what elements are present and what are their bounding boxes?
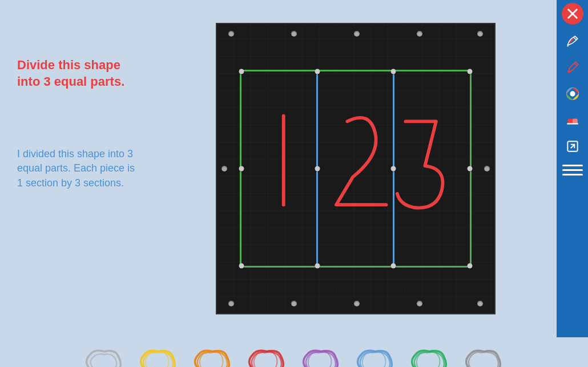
- toolbar-menu: [562, 163, 583, 177]
- screw: [484, 166, 490, 171]
- screw: [291, 31, 297, 37]
- screw: [477, 31, 483, 37]
- dark-board[interactable]: [216, 23, 496, 314]
- pen-icon: [565, 34, 580, 49]
- left-panel: Divide this shape into 3 equal parts. I …: [0, 0, 154, 337]
- rubber-band-yellow[interactable]: [136, 343, 182, 367]
- rubber-band-blue[interactable]: [353, 343, 398, 367]
- screw: [354, 31, 360, 37]
- screw: [228, 301, 234, 306]
- screw: [417, 31, 422, 37]
- canvas-area[interactable]: [154, 0, 557, 337]
- instruction-top: Divide this shape into 3 equal parts.: [17, 57, 143, 90]
- svg-rect-6: [573, 119, 578, 124]
- export-icon: [565, 139, 580, 154]
- pencil-icon: [565, 60, 580, 75]
- instruction-bottom: I divided this shape into 3 equal parts.…: [17, 147, 143, 190]
- screw: [354, 301, 360, 306]
- pencil-tool-button[interactable]: [560, 55, 585, 80]
- right-toolbar: [557, 0, 588, 337]
- color-wheel-icon: [565, 86, 581, 102]
- rubber-band-green[interactable]: [407, 343, 453, 367]
- rubber-band-gray[interactable]: [461, 343, 507, 367]
- eraser-button[interactable]: [560, 107, 585, 133]
- close-button[interactable]: [562, 3, 583, 25]
- handwritten-numbers: [241, 71, 470, 266]
- rubber-bands-row: [0, 337, 588, 367]
- screw: [228, 31, 234, 37]
- export-button[interactable]: [560, 134, 585, 159]
- screw: [291, 301, 297, 306]
- close-icon: [566, 7, 579, 20]
- eraser-icon: [565, 113, 580, 127]
- rubber-band-red[interactable]: [244, 343, 290, 367]
- rubber-band-white[interactable]: [82, 343, 127, 367]
- screw: [477, 301, 483, 306]
- screw: [221, 166, 227, 171]
- rubber-band-orange[interactable]: [190, 343, 236, 367]
- geo-board[interactable]: [240, 70, 472, 268]
- color-wheel-button[interactable]: [560, 81, 585, 106]
- svg-point-4: [570, 91, 575, 96]
- screw: [417, 301, 422, 306]
- draw-tool-button[interactable]: [560, 29, 585, 54]
- rubber-band-purple[interactable]: [299, 343, 344, 367]
